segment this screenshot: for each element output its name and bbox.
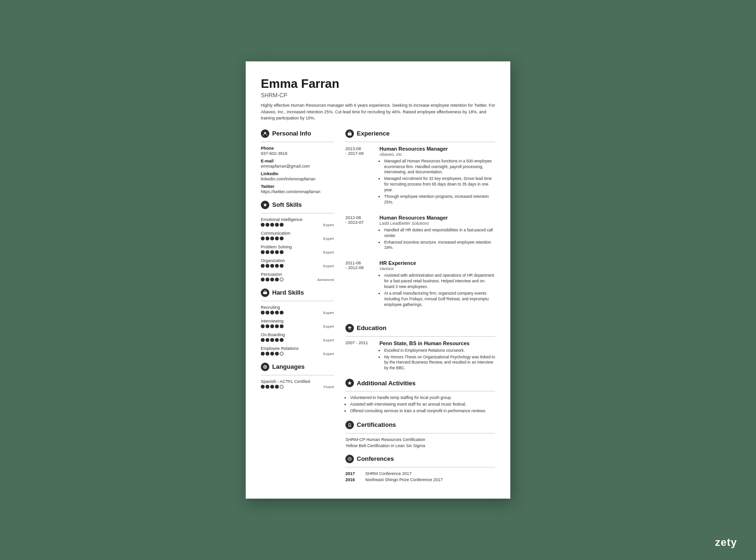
education-entry: 2007 - 2011Penn State, BS in Human Resou… [345,340,495,373]
dot-filled [266,264,269,268]
dot-filled [270,278,274,281]
experience-bullets: Managed all Human Resources functions in… [379,159,495,205]
skill-row: InterviewingExpert [261,319,334,329]
header-section: Emma Farran SHRM-CP Highly effective Hum… [261,76,495,122]
certifications-icon [345,421,354,429]
conferences-divider [345,467,495,467]
personal-info-divider [261,142,334,142]
dot-empty [280,385,284,389]
experience-title: Experience [357,130,389,137]
skill-level: Expert [323,223,334,227]
conference-row: 2016Northeast Shingo Prize Conference 20… [345,477,495,482]
svg-marker-6 [348,381,352,385]
experience-bullet-item: Through employee retention programs, inc… [384,194,495,205]
dot-filled [275,324,279,328]
experience-bullet-item: At a small manufacturing firm, organized… [384,291,495,308]
dot-filled [261,237,265,240]
skill-dots [261,223,284,227]
two-column-layout: Personal Info Phone937-602-3818E-mailemm… [261,129,495,484]
dot-filled [280,264,284,268]
personal-info-title: Personal Info [272,130,311,137]
skill-level: Fluent [324,385,334,389]
dot-filled [266,223,269,227]
skill-level: Expert [323,311,334,315]
experience-job-title: Human Resources Manager [379,215,495,221]
dot-empty [280,278,284,281]
skill-row: RecruitingExpert [261,305,334,315]
page-background: Emma Farran SHRM-CP Highly effective Hum… [0,0,756,560]
candidate-summary: Highly effective Human Resources manager… [261,102,495,122]
dot-filled [275,237,279,240]
additional-activity-item: Volunteered to handle temp staffing for … [350,395,495,401]
skill-name: Employee Relations [261,346,334,351]
skill-level: Advanced [317,278,334,282]
experience-bullet-item: Handled all HR duties and responsibiliti… [384,228,495,239]
skill-dots [261,324,284,328]
dot-filled [266,324,269,328]
soft-skills-title: Soft Skills [272,201,302,208]
dot-filled [275,250,279,254]
contact-value: https://twitter.com/emmapfarran [261,189,334,194]
skill-level: Expert [323,264,334,268]
languages-icon [261,363,269,371]
dot-filled [261,385,265,389]
skill-name: Problem Solving [261,245,334,249]
skill-name: On-Boarding [261,332,334,337]
languages-divider [261,375,334,375]
dot-filled [275,352,279,356]
experience-divider [345,142,495,142]
skill-row: Employee RelationsExpert [261,346,334,356]
additional-activities-divider [345,391,495,391]
skill-dots [261,250,284,254]
education-date: 2007 - 2011 [345,340,374,373]
dot-filled [275,311,279,314]
additional-activities-title: Additional Activities [357,380,415,387]
svg-point-7 [349,423,351,425]
zety-watermark: zety [715,536,737,549]
skill-level: Expert [323,250,334,255]
svg-rect-1 [263,292,267,294]
additional-activities-content: Volunteered to handle temp staffing for … [345,395,495,414]
conference-year: 2017 [345,471,360,476]
candidate-name: Emma Farran [261,76,495,91]
experience-job-title: HR Experience [379,260,495,266]
certifications-title: Certifications [357,421,396,428]
dot-filled [280,250,284,254]
skill-row: PersuasionAdvanced [261,272,334,282]
skill-dots [261,278,284,281]
skill-level: Expert [323,338,334,342]
skill-row: Emotional IntelligenceExpert [261,217,334,227]
skill-level: Expert [323,237,334,241]
skill-dots [261,352,284,356]
dot-filled [261,223,265,227]
dot-filled [261,278,265,281]
experience-bullet-item: Assisted with administration and operati… [384,273,495,290]
contact-value: linkedin.com/in/emmapfarran [261,177,334,181]
experience-date: 2013-08 - 2017-09 [345,146,374,206]
certifications-divider [345,433,495,433]
dot-filled [266,352,269,356]
dot-filled [261,338,265,342]
education-bullet-item: Excelled in Employment Relations courseo… [384,348,495,354]
contact-value: 937-602-3818 [261,151,334,156]
education-divider [345,336,495,337]
skill-name: Emotional Intelligence [261,217,334,222]
conferences-icon [345,455,354,463]
experience-bullet-item: Enhanced incentive structure. Increased … [384,240,495,251]
additional-activities-heading: Additional Activities [345,379,495,387]
education-entries: 2007 - 2011Penn State, BS in Human Resou… [345,340,495,373]
dot-filled [261,311,265,314]
dot-filled [270,352,274,356]
education-icon [345,324,354,332]
certifications-heading: Certifications [345,421,495,429]
skill-dots [261,338,284,342]
dot-filled [275,264,279,268]
personal-info-heading: Personal Info [261,129,334,138]
skill-name: Persuasion [261,272,334,277]
hard-skills-title: Hard Skills [272,289,304,296]
dot-filled [266,338,269,342]
conferences-heading: Conferences [345,455,495,463]
certifications-content: SHRM-CP Human Resources CertificationYel… [345,437,495,448]
skill-dots [261,311,284,314]
left-column: Personal Info Phone937-602-3818E-mailemm… [261,129,334,484]
